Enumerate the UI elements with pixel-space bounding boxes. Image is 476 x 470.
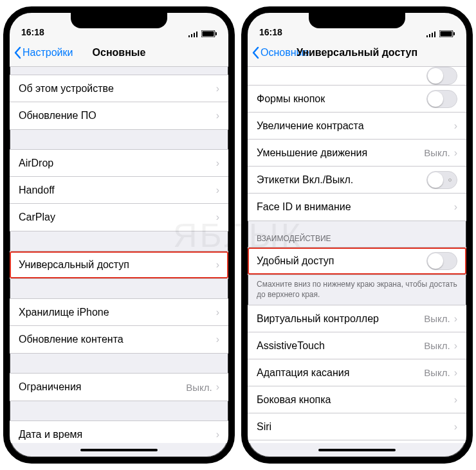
home-indicator[interactable] xyxy=(248,443,466,457)
svg-rect-0 xyxy=(188,35,190,37)
cellular-icon xyxy=(188,31,199,37)
notch xyxy=(309,13,405,28)
clock: 16:18 xyxy=(259,27,357,37)
chevron-right-icon: › xyxy=(454,367,457,379)
row-detail: Выкл. xyxy=(424,313,450,324)
row-label: Адаптация касания xyxy=(257,367,424,379)
row-label: Уменьшение движения xyxy=(257,147,424,159)
settings-row[interactable]: AssistiveTouchВыкл.› xyxy=(248,332,466,359)
settings-row[interactable]: Уменьшение движенияВыкл.› xyxy=(248,140,466,167)
toggle[interactable] xyxy=(426,252,457,270)
settings-row[interactable]: Дата и время› xyxy=(10,421,228,443)
svg-rect-1 xyxy=(191,34,192,37)
chevron-left-icon xyxy=(14,46,21,59)
chevron-right-icon: › xyxy=(454,394,457,406)
settings-row[interactable]: ОграниченияВыкл.› xyxy=(10,374,228,401)
phone-left: 16:18 Настройки Основные Об этом устройс… xyxy=(3,6,235,464)
svg-rect-12 xyxy=(441,32,452,37)
settings-row[interactable]: Handoff› xyxy=(10,177,228,204)
row-label: Формы кнопок xyxy=(257,93,426,105)
settings-row[interactable]: CarPlay› xyxy=(10,204,228,231)
row-detail: Выкл. xyxy=(424,147,450,158)
chevron-right-icon: › xyxy=(216,83,219,95)
settings-row[interactable]: Виртуальный контроллерВыкл.› xyxy=(248,305,466,332)
row-label: CarPlay xyxy=(19,212,216,223)
row-label: Face ID и внимание xyxy=(257,201,454,213)
toggle[interactable] xyxy=(426,90,457,108)
list-group: Виртуальный контроллерВыкл.›AssistiveTou… xyxy=(248,305,466,443)
settings-row[interactable]: Увеличение контраста› xyxy=(248,113,466,140)
settings-row[interactable]: Адаптация касанияВыкл.› xyxy=(248,359,466,386)
row-label: Хранилище iPhone xyxy=(19,307,216,318)
navbar: Основные Универсальный доступ xyxy=(248,39,466,67)
chevron-right-icon: › xyxy=(454,340,457,352)
settings-row[interactable]: Обновление ПО› xyxy=(10,102,228,129)
settings-row[interactable]: Siri› xyxy=(248,413,466,440)
settings-row[interactable]: Face ID и внимание› xyxy=(248,194,466,221)
chevron-right-icon: › xyxy=(454,147,457,159)
settings-row[interactable]: Об этом устройстве› xyxy=(10,75,228,102)
row-label: Увеличение контраста xyxy=(257,120,454,132)
row-detail: Выкл. xyxy=(424,340,450,351)
toggle[interactable] xyxy=(426,171,457,189)
svg-rect-3 xyxy=(196,32,197,37)
home-indicator[interactable] xyxy=(10,443,228,457)
chevron-right-icon: › xyxy=(454,313,457,325)
row-label: Универсальный доступ xyxy=(19,259,216,271)
row-label: Об этом устройстве xyxy=(19,83,216,95)
chevron-right-icon: › xyxy=(216,381,219,393)
settings-row[interactable]: Хранилище iPhone› xyxy=(10,299,228,326)
chevron-right-icon: › xyxy=(454,120,457,132)
settings-row[interactable]: Этикетки Вкл./Выкл. xyxy=(248,167,466,194)
row-label: Боковая кнопка xyxy=(257,394,454,406)
back-button[interactable]: Настройки xyxy=(10,46,73,59)
back-button[interactable]: Основные xyxy=(248,46,309,59)
settings-row[interactable]: Универсальный доступ› xyxy=(10,251,228,278)
row-label: Siri xyxy=(257,421,454,433)
chevron-right-icon: › xyxy=(216,307,219,318)
chevron-right-icon: › xyxy=(216,185,219,196)
clock: 16:18 xyxy=(21,27,119,37)
navbar: Настройки Основные xyxy=(10,39,228,67)
row-label: Дата и время xyxy=(19,429,216,440)
content: Об этом устройстве›Обновление ПО›AirDrop… xyxy=(10,67,228,443)
cellular-icon xyxy=(426,31,437,37)
chevron-right-icon: › xyxy=(454,421,457,433)
row-label: Этикетки Вкл./Выкл. xyxy=(257,174,426,186)
svg-rect-6 xyxy=(215,32,217,35)
back-label: Настройки xyxy=(23,47,73,59)
row-label: AssistiveTouch xyxy=(257,340,424,352)
chevron-right-icon: › xyxy=(216,259,219,271)
row-label: Виртуальный контроллер xyxy=(257,313,424,325)
svg-rect-2 xyxy=(194,33,195,37)
chevron-left-icon xyxy=(252,46,259,59)
svg-rect-13 xyxy=(453,32,455,35)
chevron-right-icon: › xyxy=(216,334,219,345)
settings-row[interactable]: Боковая кнопка› xyxy=(248,386,466,413)
settings-row[interactable]: Формы кнопок xyxy=(248,86,466,113)
row-label: Ограничения xyxy=(19,381,186,393)
settings-row[interactable]: Обновление контента› xyxy=(10,326,228,353)
chevron-right-icon: › xyxy=(216,110,219,122)
section-footer: Смахните вниз по нижнему краю экрана, чт… xyxy=(248,275,466,305)
toggle[interactable] xyxy=(426,67,457,85)
row-detail: Выкл. xyxy=(186,382,212,393)
list-group: Об этом устройстве›Обновление ПО› xyxy=(10,75,228,130)
settings-row[interactable]: AirDrop› xyxy=(10,150,228,177)
svg-rect-7 xyxy=(426,35,428,37)
row-label: Handoff xyxy=(19,185,216,196)
row-label: Удобный доступ xyxy=(257,255,426,267)
svg-rect-9 xyxy=(432,33,433,37)
battery-icon xyxy=(201,30,217,37)
chevron-right-icon: › xyxy=(216,212,219,223)
chevron-right-icon: › xyxy=(454,201,457,213)
list-group: Хранилище iPhone›Обновление контента› xyxy=(10,298,228,354)
settings-row[interactable]: Удобный доступ xyxy=(248,248,466,275)
settings-row-partial[interactable] xyxy=(248,67,466,86)
svg-rect-10 xyxy=(434,32,435,37)
list-group: Удобный доступ xyxy=(248,247,466,275)
content: Формы кнопокУвеличение контраста›Уменьше… xyxy=(248,67,466,443)
svg-rect-8 xyxy=(429,34,430,37)
phone-right: 16:18 Основные Универсальный доступ Форм… xyxy=(241,6,473,464)
list-group: ОграниченияВыкл.› xyxy=(10,373,228,401)
